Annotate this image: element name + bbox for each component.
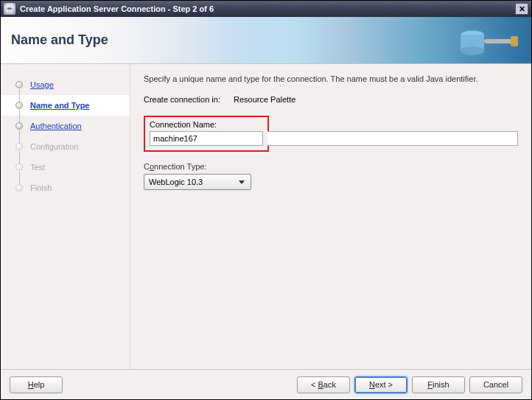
step-label[interactable]: Name and Type: [30, 101, 90, 110]
chevron-down-icon: [236, 177, 248, 187]
step-label: Finish: [30, 183, 52, 192]
step-configuration: Configuration: [1, 136, 130, 157]
wizard-steps-sidebar: Usage Name and Type Authentication Confi…: [1, 64, 130, 369]
step-dot-icon: [15, 184, 23, 192]
wizard-footer: Help < Back Next > Finish Cancel: [1, 369, 531, 399]
step-usage[interactable]: Usage: [1, 74, 130, 95]
wizard-header: Name and Type: [1, 17, 531, 64]
connection-name-label: Connection Name:: [150, 120, 263, 129]
step-dot-icon: [15, 164, 23, 171]
titlebar: ☕ Create Application Server Connection -…: [1, 1, 531, 17]
window-title: Create Application Server Connection - S…: [20, 4, 214, 13]
close-icon: ✕: [519, 4, 525, 14]
step-name-and-type[interactable]: Name and Type: [1, 95, 130, 116]
step-dot-icon: [15, 102, 23, 109]
header-database-icon: [450, 21, 524, 60]
step-dot-icon: [15, 81, 23, 88]
connection-type-label: Connection Type:: [144, 162, 206, 171]
wizard-content: Specify a unique name and type for the c…: [130, 64, 531, 369]
step-label: Configuration: [30, 142, 78, 151]
step-dot-icon: [15, 143, 23, 150]
svg-point-2: [461, 46, 484, 55]
step-label: Test: [30, 163, 45, 172]
connection-name-highlight: Connection Name:: [144, 116, 269, 152]
close-button[interactable]: ✕: [515, 3, 528, 15]
step-test: Test: [1, 157, 130, 178]
instruction-text: Specify a unique name and type for the c…: [144, 74, 518, 83]
step-finish: Finish: [1, 178, 130, 198]
create-in-label: Create connection in:: [144, 95, 220, 104]
svg-rect-4: [511, 36, 518, 46]
connection-name-input-extension[interactable]: [267, 131, 518, 146]
page-title: Name and Type: [11, 32, 108, 48]
step-label[interactable]: Usage: [30, 80, 54, 89]
connection-type-select[interactable]: WebLogic 10.3: [144, 174, 251, 190]
create-in-value: Resource Palette: [234, 95, 295, 104]
svg-rect-3: [484, 39, 514, 43]
help-button[interactable]: Help: [10, 376, 63, 393]
connection-name-input[interactable]: [150, 131, 263, 146]
java-cup-icon: ☕: [4, 3, 15, 15]
back-button[interactable]: < Back: [297, 376, 350, 393]
step-authentication[interactable]: Authentication: [1, 116, 130, 136]
connection-type-value: WebLogic 10.3: [149, 178, 203, 186]
next-button[interactable]: Next >: [354, 376, 407, 393]
finish-button[interactable]: Finish: [412, 376, 465, 393]
cancel-button[interactable]: Cancel: [469, 376, 522, 393]
step-dot-icon: [15, 122, 23, 130]
step-label[interactable]: Authentication: [30, 122, 82, 130]
